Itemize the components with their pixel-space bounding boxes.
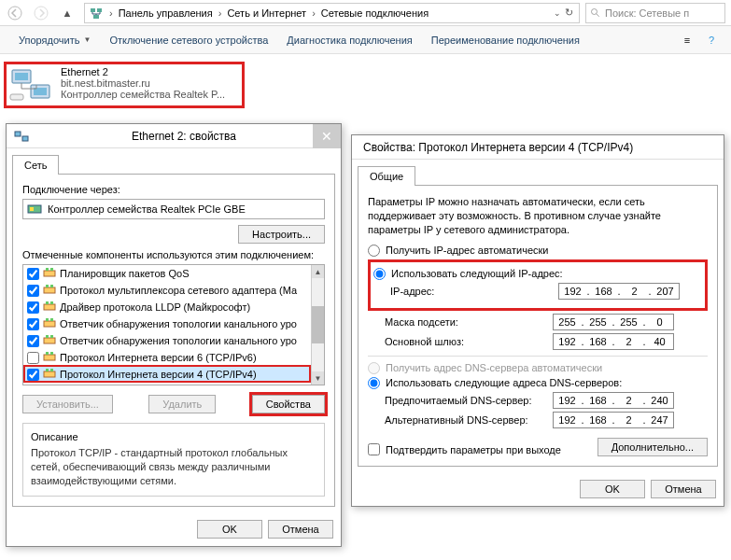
breadcrumb-segment[interactable]: Сетевые подключения: [317, 4, 432, 22]
chevron-right-icon[interactable]: ›: [107, 7, 115, 19]
component-item[interactable]: Протокол Интернета версии 6 (TCP/IPv6): [23, 349, 324, 366]
diagnose-action[interactable]: Диагностика подключения: [277, 31, 421, 49]
dns-primary-input[interactable]: 192.168.2.240: [553, 392, 674, 409]
nav-up-button[interactable]: ▲: [56, 2, 78, 24]
info-text: Параметры IP можно назначать автоматичес…: [368, 195, 708, 237]
tab-network[interactable]: Сеть: [12, 155, 59, 175]
tab-general[interactable]: Общие: [358, 166, 415, 186]
subnet-mask-input[interactable]: 255.255.255.0: [553, 314, 674, 330]
protocol-icon: [43, 351, 56, 364]
refresh-icon[interactable]: ↻: [563, 7, 575, 19]
nav-forward-button[interactable]: [30, 2, 52, 24]
dialog-title: Свойства: Протокол Интернета версии 4 (T…: [359, 141, 716, 154]
svg-rect-26: [50, 318, 53, 321]
network-icon: [89, 6, 104, 21]
svg-rect-20: [50, 285, 53, 287]
ok-button[interactable]: OK: [580, 480, 645, 498]
breadcrumb-segment[interactable]: Панель управления: [115, 4, 217, 22]
component-item[interactable]: Планировщик пакетов QoS: [23, 265, 324, 282]
advanced-button[interactable]: Дополнительно...: [597, 438, 708, 456]
remove-button[interactable]: Удалить: [148, 395, 216, 413]
component-item[interactable]: Драйвер протокола LLDP (Майкрософт): [23, 299, 324, 315]
scroll-thumb[interactable]: [312, 306, 324, 343]
ip-address-input[interactable]: 192.168.2.207: [558, 283, 680, 300]
configure-button[interactable]: Настроить...: [238, 225, 325, 244]
svg-point-5: [592, 8, 597, 14]
connection-item[interactable]: Ethernet 2 bit.nest.bitmaster.ru Контрол…: [4, 62, 245, 108]
address-bar[interactable]: › Панель управления › Сеть и Интернет › …: [84, 3, 580, 23]
svg-rect-19: [46, 285, 49, 287]
component-checkbox[interactable]: [27, 301, 39, 314]
component-label: Протокол Интернета версии 6 (TCP/IPv6): [60, 352, 257, 363]
dns-secondary-row: Альтернативный DNS-сервер: 192.168.2.247: [385, 412, 708, 428]
nic-icon: [27, 202, 42, 217]
svg-rect-10: [10, 94, 23, 100]
dns-manual-radio[interactable]: Использовать следующие адреса DNS-сервер…: [368, 377, 708, 389]
svg-rect-17: [50, 268, 53, 271]
svg-rect-7: [15, 73, 28, 80]
nav-back-button[interactable]: [4, 2, 26, 24]
chevron-right-icon[interactable]: ›: [217, 7, 224, 19]
connect-via-label: Подключение через:: [22, 184, 325, 195]
scroll-up-button[interactable]: ▲: [312, 265, 324, 278]
view-options-icon[interactable]: ≡: [677, 30, 697, 50]
ip-auto-radio[interactable]: Получить IP-адрес автоматически: [368, 245, 708, 257]
disable-device-action[interactable]: Отключение сетевого устройства: [100, 31, 277, 49]
highlight-frame: Использовать следующий IP-адрес: IP-адре…: [368, 259, 708, 311]
component-checkbox[interactable]: [27, 268, 39, 280]
ip-manual-radio[interactable]: Использовать следующий IP-адрес:: [373, 268, 702, 280]
chevron-right-icon[interactable]: ›: [310, 7, 317, 19]
install-button[interactable]: Установить...: [22, 395, 113, 413]
svg-point-1: [35, 7, 48, 20]
svg-rect-14: [30, 207, 34, 211]
organize-menu[interactable]: Упорядочить▼: [9, 31, 100, 49]
dialog-titlebar[interactable]: Свойства: Протокол Интернета версии 4 (T…: [352, 135, 724, 160]
connections-pane: Ethernet 2 bit.nest.bitmaster.ru Контрол…: [0, 54, 731, 116]
svg-rect-30: [44, 355, 55, 360]
ipv4-properties-dialog: Свойства: Протокол Интернета версии 4 (T…: [351, 134, 724, 507]
component-item[interactable]: Ответчик обнаружения топологии канальног…: [23, 332, 324, 349]
search-input[interactable]: Поиск: Сетевые п: [585, 3, 725, 23]
search-icon: [590, 7, 601, 19]
help-icon[interactable]: ?: [701, 30, 722, 50]
scroll-down-button[interactable]: ▼: [312, 371, 324, 385]
highlight-frame: [23, 365, 311, 383]
component-checkbox[interactable]: [27, 285, 39, 297]
component-checkbox[interactable]: [27, 352, 39, 364]
dialog-title: Ethernet 2: свойства: [35, 130, 333, 143]
validate-checkbox[interactable]: Подтвердить параметры при выходе: [368, 443, 561, 455]
connection-device: Контроллер семейства Realtek P...: [61, 89, 225, 100]
dropdown-icon[interactable]: ⌄: [552, 8, 563, 18]
gateway-row: Основной шлюз: 192.168.2.40: [385, 333, 708, 350]
chevron-down-icon: ▼: [83, 35, 91, 44]
components-label: Отмеченные компоненты используются этим …: [22, 249, 325, 260]
explorer-address-row: ▲ › Панель управления › Сеть и Интернет …: [0, 0, 731, 26]
svg-rect-27: [44, 338, 55, 343]
svg-rect-16: [46, 268, 49, 271]
component-label: Драйвер протокола LLDP (Майкрософт): [60, 301, 250, 313]
component-item[interactable]: Протокол мультиплексора сетевого адаптер…: [23, 282, 324, 299]
protocol-icon: [43, 334, 56, 347]
close-button[interactable]: ✕: [313, 124, 341, 148]
svg-point-0: [8, 7, 21, 20]
breadcrumb-segment[interactable]: Сеть и Интернет: [223, 4, 310, 22]
components-list[interactable]: Планировщик пакетов QoSПротокол мультипл…: [22, 264, 325, 385]
component-item[interactable]: Ответчик обнаружения топологии канальног…: [23, 315, 324, 332]
component-checkbox[interactable]: [27, 318, 39, 330]
scrollbar-vertical[interactable]: ▲ ▼: [311, 265, 324, 385]
properties-button[interactable]: Свойства: [252, 395, 325, 413]
ethernet-icon: [8, 66, 53, 104]
cancel-button[interactable]: Отмена: [268, 520, 333, 539]
svg-rect-32: [50, 352, 53, 355]
dns-secondary-label: Альтернативный DNS-сервер:: [385, 414, 553, 426]
gateway-label: Основной шлюз:: [385, 336, 553, 347]
cancel-button[interactable]: Отмена: [651, 480, 716, 498]
svg-rect-29: [50, 335, 53, 338]
dns-secondary-input[interactable]: 192.168.2.247: [553, 412, 674, 428]
protocol-icon: [43, 284, 56, 297]
dialog-titlebar[interactable]: Ethernet 2: свойства ✕: [7, 124, 341, 148]
rename-action[interactable]: Переименование подключения: [422, 31, 589, 49]
gateway-input[interactable]: 192.168.2.40: [553, 333, 674, 350]
ok-button[interactable]: OK: [197, 520, 262, 539]
component-checkbox[interactable]: [27, 335, 39, 347]
